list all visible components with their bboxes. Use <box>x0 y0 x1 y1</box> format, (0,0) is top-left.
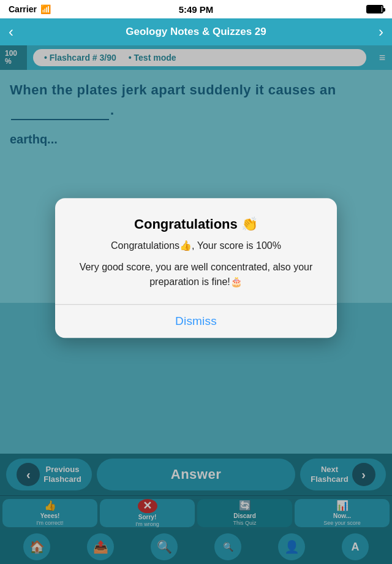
status-right <box>366 5 383 13</box>
nav-title: Geology Notes & Quizzes 29 <box>126 26 266 38</box>
back-button[interactable]: ‹ <box>9 23 13 40</box>
dialog-message: Very good score, you are well concentrat… <box>72 260 320 289</box>
status-bar: Carrier 📶 5:49 PM <box>0 0 392 18</box>
status-left: Carrier 📶 <box>9 4 51 14</box>
time-label: 5:49 PM <box>179 4 214 15</box>
battery-icon <box>366 5 383 13</box>
forward-button[interactable]: › <box>379 23 383 40</box>
wifi-icon: 📶 <box>40 4 51 14</box>
dialog-title: Congratulations 👏 <box>72 216 320 232</box>
dialog-score: Congratulations👍, Your score is 100% <box>72 240 320 251</box>
nav-bar: ‹ Geology Notes & Quizzes 29 › <box>0 18 392 45</box>
carrier-label: Carrier <box>9 4 37 14</box>
congratulations-dialog: Congratulations 👏 Congratulations👍, Your… <box>55 198 337 338</box>
dismiss-button[interactable]: Dismiss <box>72 305 320 338</box>
